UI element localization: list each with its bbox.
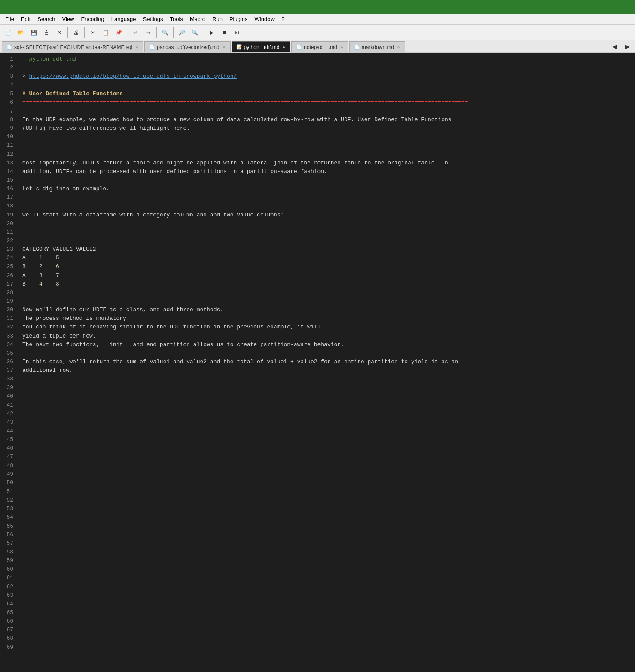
tab-sql-close[interactable]: ✕ — [135, 44, 139, 50]
line-10: 10 — [3, 133, 13, 141]
toolbar-sep6 — [203, 27, 203, 38]
line-29: 29 — [3, 297, 13, 306]
line-67: 67 — [3, 626, 13, 634]
tab-active-label: python_udtf.md — [244, 44, 280, 50]
find-button[interactable]: 🔍 — [159, 27, 171, 39]
tab-python-udtf[interactable]: 📝 python_udtf.md ✕ — [232, 41, 291, 52]
line-49: 49 — [3, 470, 13, 479]
open-button[interactable]: 📂 — [15, 27, 27, 39]
zoom-out[interactable]: 🔍 — [189, 27, 201, 39]
zoom-in[interactable]: 🔎 — [176, 27, 188, 39]
menu-help[interactable]: ? — [278, 15, 288, 23]
tab-notepadpp-label: notepad++.md — [304, 44, 337, 50]
line-65: 65 — [3, 608, 13, 617]
line-13: 13 — [3, 159, 13, 167]
paste-button[interactable]: 📌 — [113, 27, 125, 39]
tab-pandas-icon: 📄 — [149, 44, 155, 50]
menu-search[interactable]: Search — [34, 15, 58, 23]
line-56: 56 — [3, 531, 13, 539]
line-27: 27 — [3, 280, 13, 289]
save-button[interactable]: 💾 — [27, 27, 40, 39]
line-14: 14 — [3, 167, 13, 176]
tabs-bar: 📄 sql-- SELECT [star] EXCLUDE and-or-REN… — [0, 40, 635, 53]
tab-scroll-right[interactable]: ▶ — [621, 40, 633, 52]
line-23: 23 — [3, 245, 13, 254]
macro-record[interactable]: ▶ — [205, 27, 217, 39]
maximize-button[interactable] — [606, 3, 618, 11]
line-43: 43 — [3, 418, 13, 427]
toolbar-sep4 — [156, 27, 157, 38]
line-62: 62 — [3, 583, 13, 591]
line-8: 8 — [3, 116, 13, 124]
line-12: 12 — [3, 150, 13, 159]
tab-sql[interactable]: 📄 sql-- SELECT [star] EXCLUDE and-or-REN… — [2, 41, 143, 52]
tab-markdown-close[interactable]: ✕ — [397, 44, 400, 50]
line-54: 54 — [3, 513, 13, 522]
minimize-button[interactable] — [592, 3, 604, 11]
close-button[interactable] — [620, 3, 632, 11]
menu-view[interactable]: View — [59, 15, 78, 23]
tab-sql-label: sql-- SELECT [star] EXCLUDE and-or-RENAM… — [14, 44, 132, 50]
tab-scroll-left[interactable]: ◀ — [608, 40, 620, 52]
close-button2[interactable]: ✕ — [53, 27, 65, 39]
line-35: 35 — [3, 349, 13, 358]
menu-run[interactable]: Run — [209, 15, 226, 23]
line-37: 37 — [3, 366, 13, 375]
line-20: 20 — [3, 219, 13, 228]
line-3: 3 — [3, 72, 13, 81]
menu-bar: File Edit Search View Encoding Language … — [0, 14, 635, 25]
new-button[interactable]: 📄 — [2, 27, 14, 39]
tab-pandas-close[interactable]: ✕ — [222, 44, 226, 50]
tab-markdown[interactable]: 📄 markdown.md ✕ — [349, 41, 405, 52]
editor-content[interactable]: --python_udtf.md > https://www.phdata.io… — [17, 53, 635, 660]
macro-stop[interactable]: ⏹ — [218, 27, 230, 39]
line-61: 61 — [3, 574, 13, 582]
toolbar-sep3 — [127, 27, 127, 38]
tab-markdown-icon: 📄 — [354, 44, 360, 50]
line-22: 22 — [3, 237, 13, 245]
line-25: 25 — [3, 262, 13, 271]
menu-file[interactable]: File — [2, 15, 18, 23]
tab-pandas[interactable]: 📄 pandas_udf(vectorized).md ✕ — [144, 41, 230, 52]
line-55: 55 — [3, 522, 13, 531]
line-7: 7 — [3, 107, 13, 116]
line-17: 17 — [3, 193, 13, 202]
menu-window[interactable]: Window — [251, 15, 278, 23]
copy-button[interactable]: 📋 — [100, 27, 112, 39]
line-2: 2 — [3, 64, 13, 72]
menu-plugins[interactable]: Plugins — [226, 15, 251, 23]
save-all-button[interactable]: 🗄 — [40, 27, 52, 39]
tab-notepadpp-close[interactable]: ✕ — [340, 44, 344, 50]
tab-active-icon: 📝 — [236, 44, 242, 50]
tab-notepadpp[interactable]: 📄 notepad++.md ✕ — [291, 41, 348, 52]
line-45: 45 — [3, 435, 13, 444]
line-numbers: 1 2 3 4 5 6 7 8 9 10 11 12 13 14 15 16 1… — [0, 53, 17, 660]
menu-tools[interactable]: Tools — [167, 15, 186, 23]
window-controls — [592, 3, 632, 11]
line-50: 50 — [3, 479, 13, 487]
line-66: 66 — [3, 617, 13, 626]
tab-active-close[interactable]: ✕ — [282, 44, 286, 50]
undo-button[interactable]: ↩ — [129, 27, 141, 39]
menu-edit[interactable]: Edit — [18, 15, 34, 23]
line-68: 68 — [3, 634, 13, 643]
line-1: 1 — [3, 55, 13, 64]
line-57: 57 — [3, 539, 13, 548]
menu-macro[interactable]: Macro — [186, 15, 209, 23]
menu-language[interactable]: Language — [108, 15, 140, 23]
redo-button[interactable]: ↪ — [142, 27, 154, 39]
editor-container: 1 2 3 4 5 6 7 8 9 10 11 12 13 14 15 16 1… — [0, 53, 635, 660]
macro-play[interactable]: ⏯ — [231, 27, 243, 39]
line-46: 46 — [3, 444, 13, 453]
line-44: 44 — [3, 427, 13, 435]
line-33: 33 — [3, 332, 13, 341]
line-19: 19 — [3, 211, 13, 219]
line-48: 48 — [3, 462, 13, 470]
line-11: 11 — [3, 141, 13, 150]
line-39: 39 — [3, 383, 13, 392]
print-button[interactable]: 🖨 — [70, 27, 82, 39]
menu-settings[interactable]: Settings — [140, 15, 167, 23]
cut-button[interactable]: ✂ — [87, 27, 99, 39]
line-26: 26 — [3, 271, 13, 280]
menu-encoding[interactable]: Encoding — [78, 15, 108, 23]
